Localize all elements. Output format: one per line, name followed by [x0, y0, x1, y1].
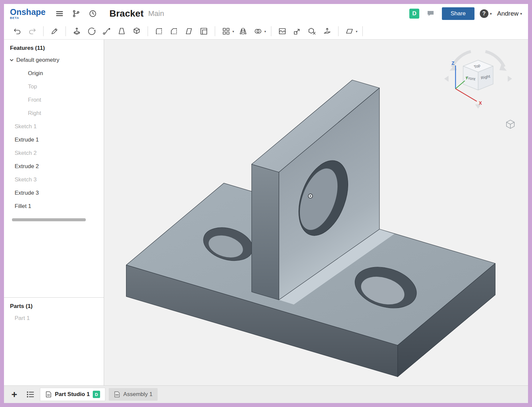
hamburger-menu-icon[interactable] [54, 8, 66, 20]
feature-label: Right [28, 110, 41, 117]
tab-assembly-1[interactable]: Assembly 1 [109, 388, 158, 401]
help-menu[interactable]: ? ▾ [480, 9, 492, 18]
undo-icon[interactable] [11, 25, 24, 38]
workspace-name[interactable]: Main [148, 9, 164, 18]
fillet-icon[interactable] [152, 25, 166, 38]
rollback-bar[interactable] [12, 218, 86, 221]
feature-toolbar: ▾ ▾ ▾ [4, 23, 528, 40]
part-label: Part 1 [15, 315, 30, 322]
tab-bar: + Part Studio 1 D Assembly 1 [4, 385, 528, 403]
feature-label: Sketch 2 [15, 150, 37, 156]
tab-label: Part Studio 1 [55, 391, 90, 398]
toolbar-divider [66, 26, 66, 36]
feature-panel: Features (11) Default geometry Origin To… [4, 40, 104, 385]
feature-item-sketch-3[interactable]: Sketch 3 [4, 173, 104, 186]
axis-y-label: Y [466, 76, 468, 80]
top-bar: Onshape BETA Bracket Main D Share ? ▾ An… [4, 4, 528, 23]
thicken-icon[interactable] [130, 25, 143, 38]
toolbar-divider [362, 26, 363, 36]
redo-icon[interactable] [26, 25, 39, 38]
iso-view-button[interactable] [503, 117, 517, 131]
toolbar-divider [338, 26, 338, 36]
features-section: Features (11) Default geometry Origin To… [4, 40, 104, 298]
axis-z-label: Z [452, 60, 455, 66]
feature-label: Extrude 2 [15, 163, 39, 170]
loft-icon[interactable] [115, 25, 128, 38]
logo-beta-label: BETA [10, 17, 46, 20]
move-face-icon[interactable] [321, 25, 334, 38]
toolbar-divider [148, 26, 148, 36]
user-menu[interactable]: Andrew ▾ [497, 10, 522, 17]
history-clock-icon[interactable] [87, 8, 99, 20]
assembly-doc-icon [114, 391, 120, 398]
chat-bubble-icon[interactable] [425, 8, 437, 20]
draft-icon[interactable] [182, 25, 196, 38]
branch-versions-icon[interactable] [70, 8, 82, 20]
feature-item-front-plane[interactable]: Front [4, 93, 104, 107]
toolbar-divider [215, 26, 215, 36]
delete-part-icon[interactable] [306, 25, 319, 38]
feature-item-top-plane[interactable]: Top [4, 80, 104, 93]
wall-front-face[interactable] [252, 164, 279, 300]
feature-item-sketch-1[interactable]: Sketch 1 [4, 120, 104, 133]
shell-icon[interactable] [197, 25, 210, 38]
insert-tab-button[interactable]: + [8, 388, 21, 401]
feature-label: Extrude 3 [15, 190, 39, 196]
transform-icon[interactable] [291, 25, 304, 38]
mirror-icon[interactable] [236, 25, 250, 38]
help-icon: ? [480, 9, 488, 18]
feature-item-extrude-1[interactable]: Extrude 1 [4, 133, 104, 147]
sketch-icon[interactable] [48, 25, 61, 38]
tab-list-icon[interactable] [24, 388, 37, 401]
extrude-icon[interactable] [70, 25, 83, 38]
feature-item-default-geometry[interactable]: Default geometry [4, 53, 104, 67]
feature-item-fillet-1[interactable]: Fillet 1 [4, 200, 104, 213]
plane-icon[interactable] [343, 25, 356, 38]
document-title: Bracket [109, 8, 144, 19]
tab-label: Assembly 1 [123, 391, 153, 398]
top-bar-right: D Share ? ▾ Andrew ▾ [409, 7, 522, 20]
tab-part-studio-1[interactable]: Part Studio 1 D [40, 388, 105, 401]
chevron-down-icon[interactable]: ▾ [356, 30, 357, 33]
feature-item-extrude-2[interactable]: Extrude 2 [4, 160, 104, 173]
part-studio-doc-icon [45, 391, 52, 398]
chevron-down-icon: ▾ [520, 12, 522, 16]
chevron-down-icon[interactable] [9, 58, 14, 62]
revolve-icon[interactable] [85, 25, 98, 38]
chevron-down-icon: ▾ [490, 12, 492, 16]
tab-badge: D [93, 391, 100, 398]
feature-label: Sketch 3 [15, 176, 37, 183]
chevron-down-icon[interactable]: ▾ [232, 30, 234, 33]
feature-label: Sketch 1 [15, 123, 37, 130]
plus-icon: + [11, 389, 17, 399]
mate-connector-icon[interactable] [308, 194, 313, 198]
view-cube[interactable]: Top Front Right Z X Y [443, 45, 513, 110]
features-header: Features (11) [4, 40, 104, 53]
feature-label: Default geometry [16, 57, 59, 63]
feature-label: Extrude 1 [15, 137, 39, 143]
share-button[interactable]: Share [442, 7, 474, 20]
onshape-logo[interactable]: Onshape BETA [10, 8, 46, 20]
feature-label: Front [28, 97, 41, 103]
chevron-down-icon[interactable]: ▾ [264, 30, 266, 33]
iso-view-icon [506, 120, 514, 128]
onshape-window: Onshape BETA Bracket Main D Share ? ▾ An… [0, 0, 532, 407]
feature-item-origin[interactable]: Origin [4, 67, 104, 80]
main-area: Features (11) Default geometry Origin To… [4, 40, 528, 385]
feature-item-extrude-3[interactable]: Extrude 3 [4, 186, 104, 200]
linear-pattern-icon[interactable] [219, 25, 233, 38]
feature-label: Fillet 1 [15, 203, 31, 210]
toolbar-divider [271, 26, 271, 36]
user-initial-badge[interactable]: D [409, 9, 419, 19]
feature-item-sketch-2[interactable]: Sketch 2 [4, 147, 104, 160]
boolean-icon[interactable] [251, 25, 265, 38]
sweep-icon[interactable] [100, 25, 113, 38]
split-icon[interactable] [276, 25, 289, 38]
part-item-part-1[interactable]: Part 1 [4, 312, 104, 325]
feature-item-right-plane[interactable]: Right [4, 107, 104, 120]
feature-label: Top [28, 83, 37, 90]
graphics-viewport[interactable]: Top Front Right Z X Y [104, 40, 528, 385]
user-name: Andrew [497, 10, 518, 17]
chamfer-icon[interactable] [167, 25, 181, 38]
parts-header: Parts (1) [4, 298, 104, 312]
